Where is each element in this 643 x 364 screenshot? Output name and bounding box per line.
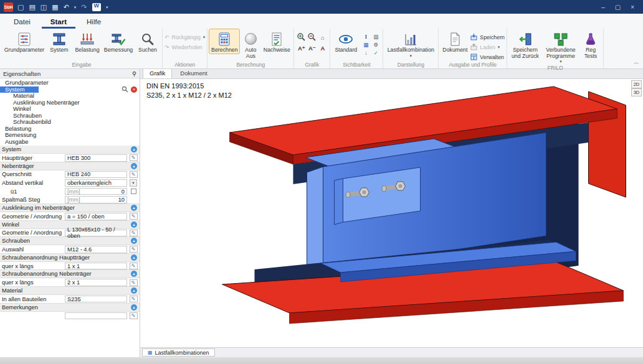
reg-tests-button[interactable]: Reg Tests bbox=[580, 29, 601, 59]
row-value-field[interactable]: 1 x 1 bbox=[65, 263, 127, 270]
row-value-field[interactable]: S235 bbox=[65, 296, 127, 303]
open-icon[interactable]: ▤ bbox=[29, 4, 35, 11]
tree-item-winkel[interactable]: Winkel bbox=[0, 106, 140, 113]
verbundene-programme-button[interactable]: Verbundene Programme ▾ bbox=[543, 29, 579, 64]
tree-item-ausgabe[interactable]: Ausgabe bbox=[0, 139, 140, 146]
zoom-out-icon[interactable] bbox=[307, 32, 317, 43]
collapse-ribbon-icon[interactable]: ︿ bbox=[634, 58, 639, 67]
collapse-section-icon[interactable]: ▴ bbox=[131, 205, 137, 211]
edit-icon[interactable]: ✎ bbox=[130, 154, 138, 161]
row-value-field[interactable]: [mm]0 bbox=[65, 188, 127, 195]
word-export-icon[interactable]: W bbox=[92, 3, 102, 11]
tree-clear-icon[interactable]: × bbox=[131, 86, 137, 93]
grid-section-nebentr-ger[interactable]: Nebenträger▴ bbox=[0, 162, 140, 170]
undo-button[interactable]: ↶ Rückgängig ▾ bbox=[164, 33, 205, 41]
font-reset-icon[interactable]: A bbox=[320, 45, 325, 52]
font-decrease-icon[interactable]: A⁻ bbox=[308, 45, 316, 52]
tab-hilfe[interactable]: Hilfe bbox=[78, 16, 110, 29]
new-document-icon[interactable]: ▢ bbox=[17, 4, 24, 11]
tab-grafik[interactable]: Grafik bbox=[143, 68, 172, 78]
minimize-button[interactable]: – bbox=[601, 4, 605, 11]
edit-icon[interactable]: ✎ bbox=[130, 230, 138, 236]
profil-speichern-button[interactable]: Speichern bbox=[470, 33, 505, 41]
maximize-button[interactable]: ▢ bbox=[615, 4, 621, 11]
edit-icon[interactable]: ✎ bbox=[130, 279, 138, 286]
redo-button[interactable]: ↷ Wiederholen bbox=[164, 43, 205, 51]
row-value-field[interactable]: HEB 300 bbox=[65, 154, 127, 162]
standard-button[interactable]: Standard bbox=[332, 29, 360, 54]
grid-section-bemerkungen[interactable]: Bemerkungen▴ bbox=[0, 303, 140, 312]
graphics-viewport[interactable]: DIN EN 1993:2015 S235, 2 x 1 x M12 / 2 x… bbox=[140, 79, 643, 347]
undo-dropdown-icon[interactable]: ▾ bbox=[74, 5, 77, 9]
collapse-section-icon[interactable]: ▴ bbox=[131, 287, 137, 294]
qat-customize-icon[interactable]: ▾ bbox=[106, 5, 108, 9]
row-value-field[interactable]: [mm]10 bbox=[65, 196, 127, 203]
checkbox[interactable] bbox=[131, 189, 136, 194]
nachweise-button[interactable]: Nachweise bbox=[262, 29, 292, 54]
collapse-section-icon[interactable]: ▴ bbox=[131, 146, 137, 152]
profil-laden-button[interactable]: Laden ▾ bbox=[470, 43, 505, 51]
dropdown-icon[interactable]: ▾ bbox=[130, 179, 137, 187]
app-icon[interactable]: SbH bbox=[4, 2, 13, 12]
collapse-section-icon[interactable]: ▴ bbox=[131, 222, 137, 228]
edit-icon[interactable]: ✎ bbox=[130, 171, 138, 178]
grid-section-material[interactable]: Material▴ bbox=[0, 286, 140, 295]
auto-aus-button[interactable]: Auto Aus bbox=[241, 29, 260, 59]
font-increase-icon[interactable]: A⁺ bbox=[298, 45, 305, 52]
view-3d-button[interactable]: 3D bbox=[631, 88, 642, 96]
edit-icon[interactable]: ✎ bbox=[130, 312, 138, 319]
tree-item-material[interactable]: Material bbox=[0, 93, 140, 100]
edit-icon[interactable]: ✎ bbox=[130, 246, 138, 253]
profile-visibility-icon[interactable]: I bbox=[365, 34, 367, 40]
edit-icon[interactable]: ✎ bbox=[130, 296, 138, 302]
belastung-button[interactable]: Belastung bbox=[73, 29, 102, 54]
tree-search-icon[interactable] bbox=[121, 86, 128, 93]
suchen-button[interactable]: Suchen bbox=[135, 29, 160, 54]
dokument-button[interactable]: Dokument bbox=[441, 29, 469, 54]
collapse-section-icon[interactable]: ▴ bbox=[131, 163, 137, 169]
collapse-section-icon[interactable]: ▴ bbox=[131, 271, 137, 277]
grid-section-schraubenanordnung-haupttr-ger[interactable]: Schraubenanordnung Hauptträger▴ bbox=[0, 253, 140, 262]
zoom-in-icon[interactable] bbox=[297, 32, 306, 43]
tab-dokument[interactable]: Dokument bbox=[173, 68, 214, 78]
tree-item-schraubenbild[interactable]: Schraubenbild bbox=[0, 119, 140, 126]
berechnen-button[interactable]: Berechnen bbox=[209, 29, 239, 54]
print-icon[interactable]: ▦ bbox=[52, 4, 58, 11]
collapse-section-icon[interactable]: ▴ bbox=[131, 238, 137, 244]
undo-icon[interactable]: ↶ bbox=[64, 4, 69, 11]
save-icon[interactable]: ◫ bbox=[40, 4, 47, 11]
pin-icon[interactable]: ⚲ bbox=[132, 70, 136, 77]
collapse-section-icon[interactable]: ▴ bbox=[131, 304, 137, 310]
bemessung-button[interactable]: Bemessung bbox=[103, 29, 134, 54]
hatch-visibility-icon[interactable]: ▥ bbox=[373, 34, 378, 40]
grundparameter-button[interactable]: Grundparameter bbox=[3, 29, 45, 54]
arrow-down-icon[interactable]: ↓ bbox=[364, 50, 367, 56]
close-button[interactable]: × bbox=[631, 4, 634, 11]
edit-icon[interactable]: ✎ bbox=[130, 263, 138, 269]
row-value-field[interactable]: L 130x65x10 - 50 / oben bbox=[65, 230, 127, 237]
row-value-field[interactable]: oberkantengleich bbox=[65, 179, 127, 187]
zoom-home-icon[interactable]: ⌂ bbox=[321, 34, 325, 41]
grid-section-system[interactable]: System▴ bbox=[0, 146, 140, 154]
tree-item-grundparameter[interactable]: Grundparameter bbox=[0, 80, 140, 86]
tab-start[interactable]: Start bbox=[42, 16, 75, 29]
grid-section-schraubenanordnung-nebentr-ger[interactable]: Schraubenanordnung Nebenträger▴ bbox=[0, 269, 140, 278]
row-value-field[interactable]: 2 x 1 bbox=[65, 279, 127, 286]
redo-icon[interactable]: ↷ bbox=[81, 4, 87, 11]
row-value-field[interactable]: a = 150 / oben bbox=[65, 213, 127, 220]
lastfallkombination-button[interactable]: Lastfallkombination ▾ bbox=[385, 29, 436, 58]
speichern-und-zurueck-button[interactable]: Speichern und Zurück bbox=[509, 29, 541, 59]
row-value-field[interactable]: M12 - 4.6 bbox=[65, 246, 127, 253]
check-visibility-icon[interactable]: ✓ bbox=[374, 50, 378, 56]
tree-item-bemessung[interactable]: Bemessung bbox=[0, 132, 140, 139]
gear-icon[interactable]: ⚙ bbox=[374, 42, 379, 48]
grid-section-ausklinkung-im-nebentr-ger[interactable]: Ausklinkung im Nebenträger▴ bbox=[0, 203, 140, 212]
lastfallkombinationen-tab[interactable]: ▦ Lastfallkombinationen bbox=[142, 348, 215, 357]
row-value-field[interactable]: HEB 240 bbox=[65, 171, 127, 179]
view-2d-button[interactable]: 2D bbox=[631, 80, 642, 88]
grid-visibility-icon[interactable]: ▦ bbox=[363, 42, 368, 48]
system-button[interactable]: System bbox=[47, 29, 72, 54]
row-value-field[interactable] bbox=[65, 312, 127, 320]
edit-icon[interactable]: ✎ bbox=[130, 213, 138, 220]
tab-datei[interactable]: Datei bbox=[5, 16, 39, 29]
